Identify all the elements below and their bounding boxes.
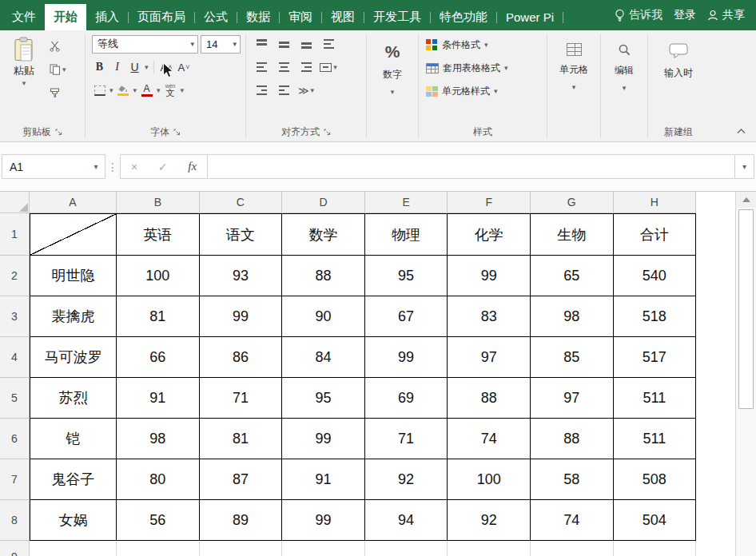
cell-D5[interactable]: 95 <box>282 378 365 419</box>
cell-A8[interactable]: 女娲 <box>30 500 117 541</box>
cell-C7[interactable]: 87 <box>200 459 283 500</box>
cell-B5[interactable]: 91 <box>117 378 200 419</box>
cell-D8[interactable]: 99 <box>282 500 365 541</box>
row-header-2[interactable]: 2 <box>0 256 30 296</box>
scrollbar-thumb[interactable] <box>738 209 754 409</box>
underline-dropdown-arrow[interactable]: ▾ <box>145 64 149 71</box>
align-right-button[interactable] <box>297 58 315 76</box>
formula-input[interactable] <box>208 154 735 179</box>
row-header-6[interactable]: 6 <box>0 419 30 459</box>
cell-E5[interactable]: 69 <box>365 378 448 419</box>
cell-D2[interactable]: 88 <box>282 256 365 296</box>
menu-tab-formulas[interactable]: 公式 <box>195 4 237 30</box>
column-header-B[interactable]: B <box>117 192 200 213</box>
menu-tab-review[interactable]: 审阅 <box>280 4 321 30</box>
cell-A6[interactable]: 铠 <box>30 419 117 459</box>
cell-G8[interactable]: 74 <box>531 500 614 541</box>
copy-button[interactable]: ▾ <box>48 62 68 77</box>
name-box[interactable]: A1 ▾ <box>2 154 105 179</box>
column-header-H[interactable]: H <box>614 192 697 213</box>
menu-tab-file[interactable]: 文件 <box>3 4 45 30</box>
cell-A9[interactable] <box>30 541 117 556</box>
cell-A5[interactable]: 苏烈 <box>30 378 117 419</box>
font-name-combo[interactable]: 等线 ▾ <box>92 35 198 54</box>
cell-E3[interactable]: 67 <box>365 296 448 337</box>
cell-B7[interactable]: 80 <box>117 459 200 500</box>
cell-G6[interactable]: 88 <box>531 419 614 459</box>
number-format-button[interactable]: % 数字 ▾ <box>367 30 418 122</box>
phonetic-guide-button[interactable]: wén 文 <box>163 82 178 98</box>
cell-H5[interactable]: 511 <box>614 378 697 419</box>
cell-F8[interactable]: 92 <box>448 500 531 541</box>
borders-dropdown-arrow[interactable]: ▾ <box>109 87 113 94</box>
cell-D6[interactable]: 99 <box>282 419 365 459</box>
vertical-scrollbar[interactable] <box>735 192 756 556</box>
cell-D3[interactable]: 90 <box>282 296 365 337</box>
share-button[interactable]: 共享 <box>707 8 745 22</box>
cell-E2[interactable]: 95 <box>365 256 448 296</box>
cancel-button[interactable]: × <box>131 161 137 173</box>
cell-H3[interactable]: 518 <box>614 296 697 337</box>
cell-A2[interactable]: 明世隐 <box>30 256 117 296</box>
column-header-A[interactable]: A <box>30 192 117 213</box>
paste-button[interactable]: 粘贴 ▾ <box>3 34 45 122</box>
formula-bar-grip[interactable]: ⋮ <box>105 161 120 173</box>
cell-F5[interactable]: 88 <box>448 378 531 419</box>
enter-button[interactable]: ✓ <box>158 161 168 173</box>
format-as-table-button[interactable]: 套用表格格式 ▾ <box>424 58 543 77</box>
cell-H7[interactable]: 508 <box>614 459 697 500</box>
cell-H1[interactable]: 合计 <box>614 213 697 256</box>
row-header-1[interactable]: 1 <box>0 213 30 256</box>
cell-D1[interactable]: 数学 <box>282 213 365 256</box>
font-color-dropdown-arrow[interactable]: ▾ <box>157 87 161 94</box>
decrease-font-size-button[interactable]: A˅ <box>177 59 192 75</box>
cell-E1[interactable]: 物理 <box>365 213 448 256</box>
row-header-3[interactable]: 3 <box>0 296 30 337</box>
menu-tab-home[interactable]: 开始 <box>45 4 86 30</box>
align-bottom-button[interactable] <box>297 35 315 53</box>
menu-tab-developer[interactable]: 开发工具 <box>364 4 430 30</box>
cell-B8[interactable]: 56 <box>117 500 200 541</box>
alignment-dialog-launcher[interactable] <box>324 129 331 136</box>
cell-F6[interactable]: 74 <box>448 419 531 459</box>
cell-D4[interactable]: 84 <box>282 337 365 378</box>
cell-B9[interactable] <box>117 541 200 556</box>
cell-B2[interactable]: 100 <box>117 256 200 296</box>
cell-B6[interactable]: 98 <box>117 419 200 459</box>
cell-G2[interactable]: 65 <box>531 256 614 296</box>
increase-font-size-button[interactable]: A˄ <box>159 59 174 75</box>
column-header-C[interactable]: C <box>200 192 283 213</box>
select-all-button[interactable] <box>0 192 30 213</box>
cell-E7[interactable]: 92 <box>365 459 448 500</box>
underline-button[interactable]: U <box>127 59 142 75</box>
align-middle-button[interactable] <box>275 35 292 53</box>
cell-H2[interactable]: 540 <box>614 256 697 296</box>
increase-indent-button[interactable] <box>275 81 292 99</box>
cell-H9[interactable] <box>614 541 697 556</box>
column-header-E[interactable]: E <box>365 192 448 213</box>
cell-E9[interactable] <box>365 541 448 556</box>
cell-E8[interactable]: 94 <box>365 500 448 541</box>
fill-color-dropdown-arrow[interactable]: ▾ <box>133 87 137 94</box>
cell-C8[interactable]: 89 <box>200 500 283 541</box>
cell-C2[interactable]: 93 <box>200 256 283 296</box>
sign-in-button[interactable]: 登录 <box>674 8 696 22</box>
row-header-4[interactable]: 4 <box>0 337 30 378</box>
cell-F9[interactable] <box>448 541 531 556</box>
align-center-button[interactable] <box>275 58 292 76</box>
cell-G3[interactable]: 98 <box>531 296 614 337</box>
align-left-button[interactable] <box>253 58 270 76</box>
clipboard-dialog-launcher[interactable] <box>55 129 62 136</box>
borders-button[interactable] <box>92 82 107 98</box>
formula-bar-expand-button[interactable]: ▾ <box>735 154 754 179</box>
name-box-dropdown-arrow[interactable]: ▾ <box>87 162 105 171</box>
menu-tab-special-features[interactable]: 特色功能 <box>431 4 496 30</box>
cell-G1[interactable]: 生物 <box>531 213 614 256</box>
cell-styles-button[interactable]: 单元格样式 ▾ <box>424 81 543 101</box>
scroll-up-button[interactable] <box>736 192 756 208</box>
column-header-G[interactable]: G <box>531 192 614 213</box>
cell-C1[interactable]: 语文 <box>200 213 283 256</box>
column-header-F[interactable]: F <box>448 192 531 213</box>
cell-G7[interactable]: 58 <box>531 459 614 500</box>
cut-button[interactable] <box>48 38 68 54</box>
